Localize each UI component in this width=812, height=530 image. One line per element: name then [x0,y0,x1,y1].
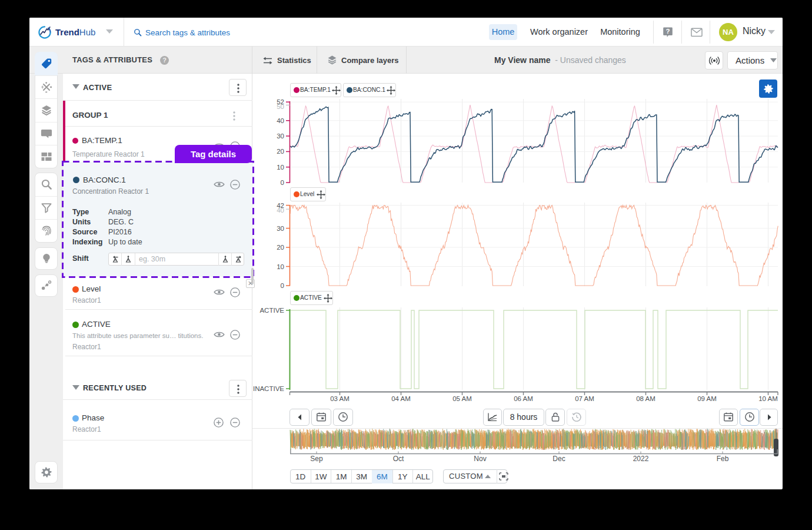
svg-text:09 AM: 09 AM [697,395,717,402]
svg-text:Sep: Sep [310,455,323,463]
svg-text:Dec: Dec [553,455,565,463]
svg-text:20: 20 [277,148,284,155]
svg-text:06 AM: 06 AM [514,395,533,402]
svg-text:0: 0 [281,179,284,186]
svg-text:10: 10 [277,164,284,171]
svg-text:2022: 2022 [633,455,649,463]
svg-text:08 AM: 08 AM [636,395,655,402]
svg-text:10 AM: 10 AM [758,395,778,402]
svg-text:07 AM: 07 AM [575,395,594,402]
svg-text:03 AM: 03 AM [330,395,350,402]
svg-text:0: 0 [281,282,284,289]
svg-text:10: 10 [277,263,284,270]
svg-text:40: 40 [277,117,284,124]
svg-text:Oct: Oct [393,455,404,463]
svg-text:INACTIVE: INACTIVE [253,385,284,392]
svg-text:Nov: Nov [474,455,486,463]
svg-text:20: 20 [277,244,284,251]
svg-text:?: ? [665,28,670,35]
svg-text:ACTIVE: ACTIVE [259,307,284,314]
svg-text:Feb: Feb [717,455,729,463]
svg-text:50: 50 [277,103,284,110]
svg-text:30: 30 [277,132,284,140]
svg-text:30: 30 [277,225,284,232]
svg-text:40: 40 [277,207,284,214]
svg-text:05 AM: 05 AM [452,395,472,402]
svg-text:04 AM: 04 AM [391,395,411,402]
